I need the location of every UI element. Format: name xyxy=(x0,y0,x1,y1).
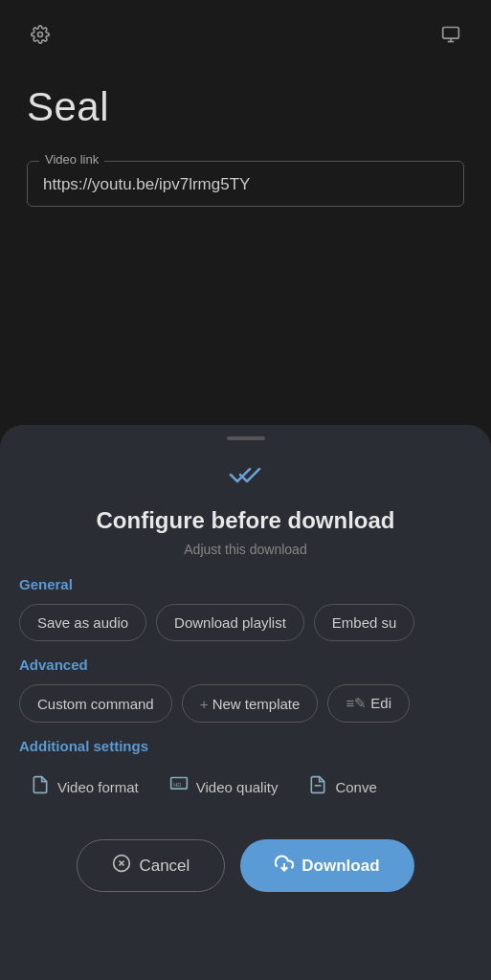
app-title: Seal xyxy=(0,69,491,138)
top-bar xyxy=(0,0,491,69)
new-template-button[interactable]: + New template xyxy=(182,684,319,723)
download-playlist-button[interactable]: Download playlist xyxy=(156,604,304,641)
cancel-icon xyxy=(112,854,131,878)
drag-handle xyxy=(227,436,265,440)
sheet-title: Configure before download xyxy=(0,507,491,534)
video-link-input[interactable] xyxy=(43,175,448,194)
cancel-label: Cancel xyxy=(139,857,190,876)
settings-icon[interactable] xyxy=(23,17,57,52)
new-template-plus-icon: + xyxy=(200,696,209,712)
svg-rect-1 xyxy=(443,28,459,39)
embed-subtitles-button[interactable]: Embed su xyxy=(314,604,415,641)
convert-icon xyxy=(308,775,327,799)
queue-icon[interactable] xyxy=(434,17,468,52)
video-format-icon xyxy=(31,775,50,799)
svg-text:HD: HD xyxy=(173,782,181,788)
svg-point-0 xyxy=(38,33,43,37)
download-icon xyxy=(275,854,294,878)
download-button[interactable]: Download xyxy=(240,839,413,892)
additional-settings-label: Additional settings xyxy=(0,738,491,754)
action-bar: Cancel Download xyxy=(0,816,491,919)
video-link-label: Video link xyxy=(39,152,104,167)
advanced-buttons-row: Custom command + New template ≡✎ Edi xyxy=(0,684,491,723)
convert-button[interactable]: Conve xyxy=(297,766,388,809)
video-quality-label: Video quality xyxy=(196,779,279,795)
video-format-button[interactable]: Video format xyxy=(19,766,150,809)
edit-icon: ≡✎ xyxy=(346,695,367,711)
general-section-label: General xyxy=(0,576,491,592)
custom-command-button[interactable]: Custom command xyxy=(19,684,172,723)
general-buttons-row: Save as audio Download playlist Embed su xyxy=(0,604,491,641)
save-as-audio-button[interactable]: Save as audio xyxy=(19,604,146,641)
video-link-field[interactable]: Video link xyxy=(27,161,464,207)
download-label: Download xyxy=(301,857,379,876)
edit-template-button[interactable]: ≡✎ Edi xyxy=(327,684,410,723)
convert-label: Conve xyxy=(335,779,376,795)
settings-row: Video format HD Video quality Conve xyxy=(0,766,491,809)
video-format-label: Video format xyxy=(57,779,139,795)
video-link-section: Video link xyxy=(0,138,491,230)
double-check-icon xyxy=(0,463,491,492)
video-quality-icon: HD xyxy=(169,775,189,799)
advanced-section-label: Advanced xyxy=(0,657,491,673)
bottom-sheet: Configure before download Adjust this do… xyxy=(0,425,491,980)
video-quality-button[interactable]: HD Video quality xyxy=(158,766,290,809)
sheet-subtitle: Adjust this download xyxy=(0,542,491,557)
cancel-button[interactable]: Cancel xyxy=(77,839,225,892)
